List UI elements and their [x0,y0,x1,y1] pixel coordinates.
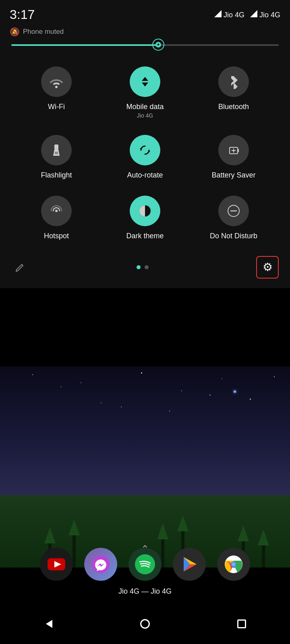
brightness-sun-icon: ✦ [156,42,160,47]
recents-button[interactable] [230,612,254,636]
do-not-disturb-label: Do Not Disturb [210,232,257,241]
settings-button[interactable]: ⚙ [256,256,279,279]
mobile-data-icon-circle [130,66,160,97]
svg-rect-2 [54,144,58,149]
youtube-app[interactable] [40,548,73,581]
dock-apps [40,548,250,581]
flashlight-icon [49,143,64,157]
edit-button[interactable] [11,258,29,276]
wallpaper [0,366,290,568]
hotspot-icon-circle [41,196,72,226]
do-not-disturb-icon-circle [218,196,249,226]
bluetooth-label: Bluetooth [218,103,249,111]
svg-rect-4 [55,152,58,154]
svg-point-26 [232,562,236,566]
quick-settings-panel: 3:17 Jio 4G Jio 4G 🔕 Phone muted ✦ [0,0,290,288]
tile-bluetooth[interactable]: Bluetooth [189,58,278,126]
svg-point-17 [92,555,110,573]
flashlight-icon-circle [41,135,72,165]
auto-rotate-label: Auto-rotate [127,171,163,180]
svg-marker-1 [250,10,257,17]
muted-status: 🔕 Phone muted [0,27,290,37]
do-not-disturb-icon [226,204,241,218]
hotspot-label: Hotspot [44,232,69,241]
battery-saver-icon [226,143,241,157]
mobile-data-icon [138,74,152,89]
svg-point-18 [135,554,155,574]
dot-2 [145,265,149,269]
svg-marker-27 [46,620,52,628]
battery-saver-label: Battery Saver [211,171,255,180]
mobile-data-label: Mobile data [126,103,164,111]
brightness-row[interactable]: ✦ [0,37,290,54]
svg-point-11 [55,210,58,212]
home-button[interactable] [133,612,157,636]
wifi-label: Wi-Fi [48,103,65,111]
mobile-data-sublabel: Jio 4G [137,112,153,119]
play-store-app[interactable] [173,548,206,581]
dark-theme-icon-circle [130,196,160,226]
svg-marker-0 [214,10,222,17]
status-bar: 3:17 Jio 4G Jio 4G [0,0,290,25]
brightness-fill [11,44,158,46]
dock-area: Jio 4G — Jio 4G [0,548,290,596]
status-right: Jio 4G Jio 4G [214,10,280,19]
muted-label: Phone muted [23,28,64,36]
auto-rotate-icon-circle [130,135,160,165]
tiles-grid: Wi-Fi Mobile data Jio 4G Bluetooth [0,54,290,252]
clock: 3:17 [10,7,35,22]
signal1-label: Jio 4G [214,10,244,19]
dot-1 [137,265,141,269]
bluetooth-icon [226,74,241,89]
sky [0,366,290,495]
dark-theme-label: Dark theme [126,232,164,241]
back-button[interactable] [36,612,60,636]
page-dots [137,265,149,269]
recents-icon [237,619,246,628]
wifi-icon [49,74,64,89]
brightness-slider[interactable]: ✦ [11,44,279,46]
spotify-app[interactable] [128,548,162,581]
brightness-thumb[interactable]: ✦ [152,39,164,51]
panel-bottom: ⚙ [0,252,290,284]
tile-flashlight[interactable]: Flashlight [12,126,101,187]
flashlight-label: Flashlight [41,171,72,180]
svg-rect-8 [238,149,239,152]
home-icon [140,619,150,629]
battery-saver-icon-circle [218,135,249,165]
tile-wifi[interactable]: Wi-Fi [12,58,101,126]
wifi-icon-circle [41,66,72,97]
tile-do-not-disturb[interactable]: Do Not Disturb [189,187,278,248]
tile-mobile-data[interactable]: Mobile data Jio 4G [101,58,189,126]
chrome-app[interactable] [217,548,250,581]
nav-bar [0,604,290,644]
muted-icon: 🔕 [10,27,20,37]
settings-icon: ⚙ [263,260,273,274]
messenger-app[interactable] [84,548,117,581]
hotspot-icon [49,204,64,218]
auto-rotate-icon [138,143,152,157]
tile-dark-theme[interactable]: Dark theme [101,187,189,248]
signal2-label: Jio 4G [250,10,280,19]
dock-status-text: Jio 4G — Jio 4G [118,587,172,596]
bluetooth-icon-circle [218,66,249,97]
tile-battery-saver[interactable]: Battery Saver [189,126,278,187]
tile-auto-rotate[interactable]: Auto-rotate [101,126,189,187]
dark-theme-icon [138,204,152,218]
tile-hotspot[interactable]: Hotspot [12,187,101,248]
